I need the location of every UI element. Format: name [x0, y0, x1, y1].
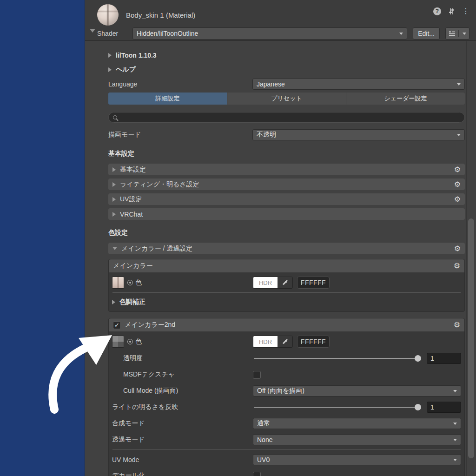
main-color-texture-thumbnail[interactable]: [112, 277, 124, 289]
eyedropper-button[interactable]: [278, 277, 292, 288]
chevron-down-icon: [399, 33, 403, 35]
eyedropper-button[interactable]: [278, 336, 292, 347]
msdf-checkbox[interactable]: [253, 371, 261, 379]
main-color-box-header[interactable]: メインカラー ⚙: [109, 259, 464, 272]
gear-icon[interactable]: ⚙: [454, 166, 461, 173]
alpha-mode-row: 透過モード None: [112, 433, 461, 447]
presets-icon[interactable]: [448, 7, 456, 15]
tab-detail-settings[interactable]: 詳細設定: [108, 93, 227, 105]
shader-dropdown[interactable]: Hidden/lilToonOutline: [132, 27, 407, 40]
gear-icon[interactable]: ⚙: [454, 196, 461, 203]
shader-dropdown-value: Hidden/lilToonOutline: [137, 30, 396, 37]
gear-icon[interactable]: ⚙: [454, 181, 461, 188]
inspector-foldout-arrow[interactable]: [90, 29, 95, 33]
slider-handle[interactable]: [415, 355, 421, 362]
search-input[interactable]: [108, 112, 465, 123]
foldout-bar-lighting-settings[interactable]: ライティング・明るさ設定 ⚙: [108, 178, 465, 190]
alpha-value-field[interactable]: 1: [427, 353, 461, 364]
cull-mode-dropdown[interactable]: Off (両面を描画): [253, 385, 461, 397]
dropdown-value: 通常: [257, 419, 450, 428]
gear-icon[interactable]: ⚙: [454, 321, 460, 329]
help-icon[interactable]: ?: [433, 7, 441, 15]
color-label: 色: [135, 337, 142, 346]
blend-mode-dropdown[interactable]: 通常: [253, 418, 461, 429]
alpha-slider[interactable]: [253, 355, 421, 362]
chevron-down-icon: [112, 247, 117, 250]
bar-label: 基本設定: [120, 165, 146, 174]
alpha-mode-dropdown[interactable]: None: [253, 434, 461, 445]
main-color-2nd-hex-field[interactable]: FFFFFF: [297, 336, 330, 348]
foldout-label: lilToon 1.10.3: [116, 52, 157, 59]
bar-label: UV設定: [120, 195, 142, 204]
main-color-2nd-texture-thumbnail[interactable]: [112, 336, 124, 348]
tab-shader-settings[interactable]: シェーダー設定: [346, 93, 465, 105]
dropdown-value: UV0: [257, 456, 450, 463]
foldout-tone-correction[interactable]: 色調補正: [112, 296, 461, 308]
material-properties-button[interactable]: [445, 27, 469, 40]
rendering-mode-dropdown[interactable]: 不透明: [252, 129, 465, 140]
dropdown-value: Japanese: [257, 80, 453, 88]
main-color-swatch[interactable]: HDR: [253, 277, 293, 289]
dropdown-value: Off (両面を描画): [257, 387, 450, 395]
main-color-2nd-swatch[interactable]: HDR: [253, 336, 293, 348]
light-strength-label: ライトの明るさを反映: [112, 403, 253, 411]
foldout-liltoon-version[interactable]: lilToon 1.10.3: [108, 49, 465, 61]
main-color-2nd-checkbox[interactable]: ✓: [113, 321, 121, 329]
kebab-menu-icon[interactable]: ⋮: [462, 7, 469, 15]
decal-checkbox[interactable]: [253, 472, 261, 476]
inspector-panel: Body_skin 1 (Material) ? ⋮ Shader Hidden…: [85, 0, 476, 476]
slider-handle[interactable]: [415, 404, 421, 410]
tab-presets[interactable]: プリセット: [227, 93, 346, 105]
chevron-down-icon: [453, 423, 457, 425]
alpha-mode-label: 透過モード: [112, 436, 253, 444]
material-preview-sphere: [97, 4, 119, 26]
object-picker-icon[interactable]: [127, 280, 133, 285]
main-color-2nd-header[interactable]: ✓ メインカラー2nd ⚙: [109, 318, 464, 331]
box-header-label: メインカラー: [113, 262, 153, 270]
slider-track: [254, 407, 420, 408]
light-strength-slider[interactable]: [253, 404, 421, 410]
chevron-right-icon: [112, 212, 116, 217]
uv-mode-dropdown[interactable]: UV0: [253, 454, 461, 465]
list-icon: [449, 31, 456, 37]
edit-shader-button[interactable]: Edit...: [413, 27, 440, 40]
foldout-label: 色調補正: [119, 298, 145, 306]
foldout-bar-uv-settings[interactable]: UV設定 ⚙: [108, 193, 465, 205]
foldout-bar-basic-settings[interactable]: 基本設定 ⚙: [108, 164, 465, 175]
uv-mode-row: UV Mode UV0: [112, 453, 461, 467]
cull-mode-label: Cull Mode (描画面): [112, 387, 253, 395]
chevron-right-icon: [112, 197, 116, 202]
gear-icon[interactable]: ⚙: [454, 262, 460, 270]
color-property-label-group: 色: [112, 277, 253, 289]
decal-row: デカール化: [112, 469, 461, 476]
object-picker-icon[interactable]: [127, 339, 133, 344]
chevron-right-icon: [112, 300, 115, 304]
cull-mode-row: Cull Mode (描画面) Off (両面を描画): [112, 384, 461, 398]
uv-mode-label: UV Mode: [112, 456, 253, 463]
bar-label: メインカラー / 透過設定: [121, 245, 192, 253]
language-row: Language Japanese: [108, 78, 465, 90]
blend-mode-label: 合成モード: [112, 419, 253, 428]
main-color-box: メインカラー ⚙ 色 HDR: [108, 259, 465, 312]
decal-label: デカール化: [112, 471, 253, 476]
rendering-mode-row: 描画モード 不透明: [108, 129, 465, 141]
chevron-right-icon: [108, 53, 112, 58]
foldout-help[interactable]: ヘルプ: [108, 64, 465, 76]
bar-label: ライティング・明るさ設定: [120, 180, 199, 189]
divider: [112, 449, 461, 450]
language-dropdown[interactable]: Japanese: [252, 79, 465, 90]
color-label: 色: [135, 278, 142, 287]
foldout-bar-vrchat[interactable]: VRChat: [108, 208, 465, 220]
foldout-bar-main-color-transparency[interactable]: メインカラー / 透過設定 ⚙: [108, 243, 465, 254]
main-color-hex-field[interactable]: FFFFFF: [297, 277, 330, 289]
light-strength-value-field[interactable]: 1: [427, 402, 461, 413]
main-color-row: 色 HDR FFFFFF: [112, 275, 461, 290]
gear-icon[interactable]: ⚙: [454, 245, 461, 252]
msdf-row: MSDFテクスチャ: [112, 368, 461, 382]
shader-label: Shader: [97, 30, 132, 37]
material-header: Body_skin 1 (Material) ? ⋮ Shader Hidden…: [85, 0, 476, 41]
scrollbar-thumb[interactable]: [468, 218, 474, 458]
color-property-label-group: 色: [112, 336, 253, 348]
alpha-row: 透明度 1: [112, 351, 461, 365]
chevron-down-icon: [457, 83, 461, 86]
